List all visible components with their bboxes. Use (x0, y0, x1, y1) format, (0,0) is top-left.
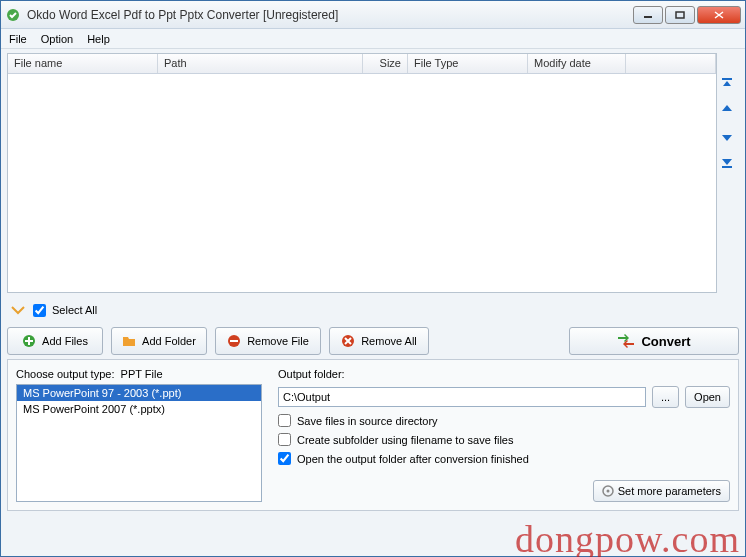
col-filetype[interactable]: File Type (408, 54, 528, 73)
expand-icon[interactable] (9, 301, 27, 319)
add-files-label: Add Files (42, 335, 88, 347)
set-more-parameters-button[interactable]: Set more parameters (593, 480, 730, 502)
window-title: Okdo Word Excel Pdf to Ppt Pptx Converte… (27, 8, 633, 22)
titlebar: Okdo Word Excel Pdf to Ppt Pptx Converte… (1, 1, 745, 29)
app-window: Okdo Word Excel Pdf to Ppt Pptx Converte… (0, 0, 746, 557)
table-header: File name Path Size File Type Modify dat… (8, 54, 716, 74)
app-icon (5, 7, 21, 23)
open-after-label: Open the output folder after conversion … (297, 453, 529, 465)
output-panel: Choose output type: PPT File MS PowerPoi… (7, 359, 739, 511)
window-controls (633, 6, 741, 24)
create-subfolder-checkbox[interactable] (278, 433, 291, 446)
output-folder-row: ... Open (278, 386, 730, 408)
menu-file[interactable]: File (9, 33, 27, 45)
file-table-wrap: File name Path Size File Type Modify dat… (7, 53, 739, 293)
col-filename[interactable]: File name (8, 54, 158, 73)
move-bottom-icon[interactable] (720, 155, 736, 171)
convert-icon (617, 334, 635, 348)
move-top-icon[interactable] (720, 77, 736, 93)
select-all-label: Select All (52, 304, 97, 316)
output-type-item-pptx[interactable]: MS PowerPoint 2007 (*.pptx) (17, 401, 261, 417)
select-all-checkbox[interactable] (33, 304, 46, 317)
maximize-button[interactable] (665, 6, 695, 24)
output-type-section: Choose output type: PPT File MS PowerPoi… (16, 368, 262, 502)
close-button[interactable] (697, 6, 741, 24)
output-type-list[interactable]: MS PowerPoint 97 - 2003 (*.ppt) MS Power… (16, 384, 262, 502)
svg-rect-4 (722, 166, 732, 168)
menu-option[interactable]: Option (41, 33, 73, 45)
browse-button[interactable]: ... (652, 386, 679, 408)
folder-icon (122, 334, 136, 348)
svg-rect-3 (722, 78, 732, 80)
save-source-row: Save files in source directory (278, 414, 730, 427)
convert-label: Convert (641, 334, 690, 349)
svg-rect-2 (676, 12, 684, 18)
col-modify[interactable]: Modify date (528, 54, 626, 73)
remove-all-button[interactable]: Remove All (329, 327, 429, 355)
col-size[interactable]: Size (363, 54, 408, 73)
remove-all-label: Remove All (361, 335, 417, 347)
move-down-icon[interactable] (720, 129, 736, 145)
open-after-checkbox[interactable] (278, 452, 291, 465)
output-type-label: Choose output type: PPT File (16, 368, 262, 380)
add-files-button[interactable]: Add Files (7, 327, 103, 355)
convert-button[interactable]: Convert (569, 327, 739, 355)
table-body (8, 74, 716, 292)
open-folder-button[interactable]: Open (685, 386, 730, 408)
output-type-prefix: Choose output type: (16, 368, 114, 380)
create-subfolder-row: Create subfolder using filename to save … (278, 433, 730, 446)
more-params-label: Set more parameters (618, 485, 721, 497)
col-path[interactable]: Path (158, 54, 363, 73)
action-buttons: Add Files Add Folder Remove File Remove … (7, 327, 739, 355)
output-settings: Output folder: ... Open Save files in so… (278, 368, 730, 502)
clear-icon (341, 334, 355, 348)
output-folder-label: Output folder: (278, 368, 730, 380)
menubar: File Option Help (1, 29, 745, 49)
output-type-current: PPT File (121, 368, 163, 380)
save-source-checkbox[interactable] (278, 414, 291, 427)
add-folder-label: Add Folder (142, 335, 196, 347)
svg-rect-7 (230, 340, 238, 342)
output-type-item-ppt[interactable]: MS PowerPoint 97 - 2003 (*.ppt) (17, 385, 261, 401)
content-area: File name Path Size File Type Modify dat… (1, 49, 745, 556)
save-source-label: Save files in source directory (297, 415, 438, 427)
col-rest (626, 54, 716, 73)
file-table[interactable]: File name Path Size File Type Modify dat… (7, 53, 717, 293)
remove-file-label: Remove File (247, 335, 309, 347)
reorder-buttons (717, 53, 739, 293)
add-folder-button[interactable]: Add Folder (111, 327, 207, 355)
svg-rect-1 (644, 16, 652, 18)
move-up-icon[interactable] (720, 103, 736, 119)
minimize-button[interactable] (633, 6, 663, 24)
create-subfolder-label: Create subfolder using filename to save … (297, 434, 513, 446)
minus-icon (227, 334, 241, 348)
open-after-row: Open the output folder after conversion … (278, 452, 730, 465)
remove-file-button[interactable]: Remove File (215, 327, 321, 355)
svg-point-10 (606, 490, 609, 493)
menu-help[interactable]: Help (87, 33, 110, 45)
output-folder-input[interactable] (278, 387, 646, 407)
select-all-row: Select All (7, 297, 739, 323)
plus-icon (22, 334, 36, 348)
gear-icon (602, 485, 614, 497)
